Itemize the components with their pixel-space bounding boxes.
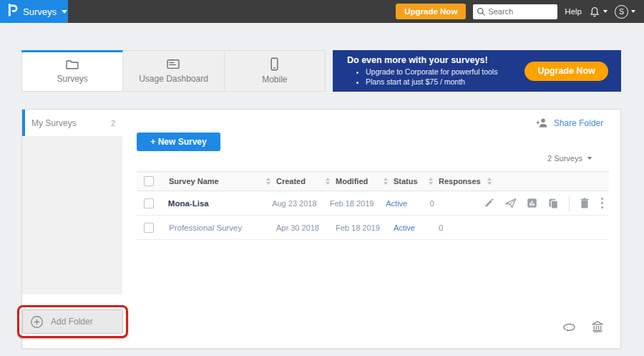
banner-title: Do even more with your surveys! — [347, 55, 525, 65]
sort-icon[interactable] — [266, 178, 270, 185]
upgrade-banner: Do even more with your surveys! Upgrade … — [333, 50, 621, 92]
chevron-down-icon — [62, 10, 67, 14]
divider — [569, 196, 570, 211]
add-folder-button[interactable]: Add Folder — [22, 309, 123, 334]
sort-icon[interactable] — [326, 178, 330, 185]
help-link[interactable]: Help — [565, 7, 582, 16]
report-icon[interactable] — [527, 198, 537, 208]
modified-date: Feb 18 2019 — [330, 199, 374, 208]
tab-usage-dashboard[interactable]: Usage Dashboard — [122, 51, 223, 91]
column-header-survey-name[interactable]: Survey Name — [169, 177, 219, 186]
row-checkbox[interactable] — [144, 223, 154, 233]
plus-circle-icon — [30, 315, 44, 329]
banner-upgrade-button[interactable]: Upgrade Now — [525, 62, 608, 81]
surveys-panel: My Surveys 2 Share Folder Add Folder + N… — [21, 109, 621, 349]
more-options-icon[interactable] — [600, 196, 605, 210]
table-row: Professional Survey Apr 30 2018 Feb 18 2… — [137, 216, 609, 240]
survey-name-link[interactable]: Professional Survey — [169, 223, 242, 232]
share-folder-icon — [535, 117, 548, 129]
top-bar: Surveys Upgrade Now Help S — [0, 0, 644, 23]
notifications-menu[interactable] — [589, 6, 608, 18]
chevron-down-icon — [603, 10, 608, 13]
app-menu[interactable]: Surveys — [0, 0, 68, 23]
folder-item-my-surveys[interactable]: My Surveys 2 — [22, 110, 122, 136]
responses-count: 0 — [439, 223, 443, 232]
status-badge: Active — [386, 199, 407, 208]
survey-count-dropdown[interactable]: 2 Surveys — [547, 154, 592, 163]
tab-usage-dashboard-label: Usage Dashboard — [139, 74, 208, 84]
column-header-status[interactable]: Status — [394, 177, 418, 186]
sort-icon[interactable] — [487, 178, 492, 185]
section-tabs: Surveys Usage Dashboard Mobile — [21, 50, 326, 92]
banner-bullets: Upgrade to Corporate for powerful tools … — [366, 67, 525, 87]
edit-icon[interactable] — [484, 198, 494, 208]
created-date: Apr 30 2018 — [276, 223, 319, 232]
sort-icon[interactable] — [384, 178, 388, 185]
modified-date: Feb 18 2019 — [336, 223, 380, 232]
delete-icon[interactable] — [580, 198, 590, 208]
avatar: S — [615, 5, 628, 19]
account-menu[interactable]: S — [615, 5, 635, 19]
banner-bullet: Upgrade to Corporate for powerful tools — [366, 67, 525, 77]
chevron-down-icon — [631, 10, 635, 13]
created-date: Aug 23 2018 — [272, 199, 316, 208]
bell-icon — [589, 6, 600, 18]
annotation-highlight: Add Folder — [17, 305, 128, 338]
tab-surveys-label: Surveys — [57, 74, 87, 84]
brand-logo-icon — [7, 3, 18, 20]
restore-icon[interactable] — [562, 322, 576, 332]
app-menu-label: Surveys — [23, 6, 57, 17]
select-all-checkbox[interactable] — [144, 176, 154, 186]
app-window: Surveys Upgrade Now Help S — [0, 0, 644, 356]
copy-icon[interactable] — [547, 198, 559, 209]
table-header-row: Survey Name Created Modified Status Resp… — [137, 171, 609, 191]
folder-icon — [65, 58, 79, 70]
new-survey-button[interactable]: + New Survey — [137, 133, 220, 151]
survey-name-link[interactable]: Mona-Lisa — [168, 199, 209, 208]
send-icon[interactable] — [504, 198, 517, 208]
surveys-table: Survey Name Created Modified Status Resp… — [137, 171, 609, 240]
tab-surveys[interactable]: Surveys — [22, 51, 122, 91]
column-header-modified[interactable]: Modified — [336, 177, 368, 186]
folder-count-badge: 2 — [111, 119, 115, 128]
tab-mobile[interactable]: Mobile — [224, 51, 325, 91]
table-row: Mona-Lisa Aug 23 2018 Feb 18 2019 Active… — [137, 191, 609, 216]
column-header-responses[interactable]: Responses — [439, 177, 481, 186]
add-folder-label: Add Folder — [51, 317, 93, 327]
responses-count: 0 — [429, 199, 434, 208]
search-box — [473, 4, 557, 19]
chevron-down-icon — [587, 157, 592, 160]
share-folder-link[interactable]: Share Folder — [535, 117, 603, 129]
tab-mobile-label: Mobile — [262, 74, 287, 85]
column-header-created[interactable]: Created — [276, 177, 306, 186]
survey-count-label: 2 Surveys — [547, 154, 582, 163]
share-folder-label: Share Folder — [554, 118, 603, 128]
status-badge: Active — [394, 223, 415, 232]
search-icon — [477, 7, 486, 16]
archive-bank-icon[interactable] — [592, 321, 603, 332]
banner-bullet: Plans start at just $75 / month — [366, 77, 525, 87]
sort-icon[interactable] — [429, 178, 433, 185]
row-checkbox[interactable] — [144, 198, 154, 208]
folder-name: My Surveys — [31, 118, 77, 128]
upgrade-now-button[interactable]: Upgrade Now — [396, 4, 466, 19]
dashboard-icon — [166, 58, 180, 70]
folder-list-panel — [22, 136, 122, 294]
panel-utilities — [562, 321, 603, 332]
mobile-icon — [270, 57, 279, 71]
